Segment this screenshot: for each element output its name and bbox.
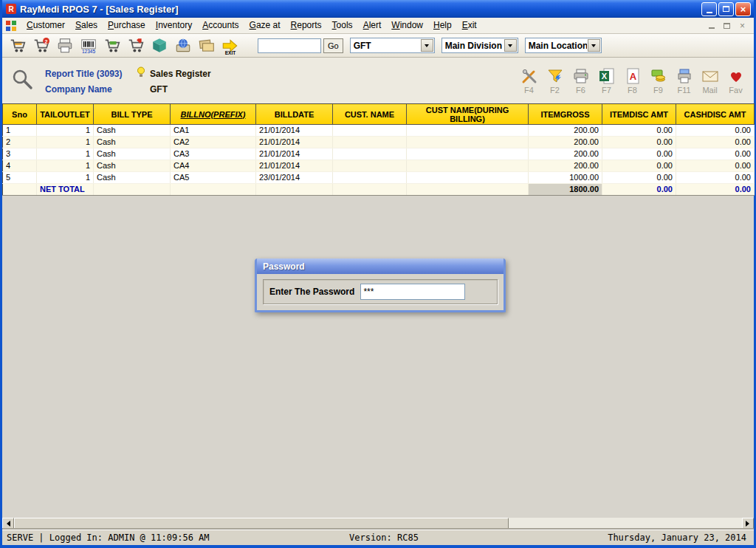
table-row[interactable]: 31CashCA321/01/2014200.000.000.00	[3, 148, 755, 160]
col-billno-prefix[interactable]: BILLNO(PREFIX)	[171, 104, 256, 125]
col-billdate[interactable]: BILLDATE	[256, 104, 333, 125]
table-row[interactable]: 11CashCA121/01/2014200.000.000.00	[3, 125, 755, 137]
maximize-button[interactable]	[718, 2, 734, 16]
menu-customer[interactable]: Customer	[21, 18, 70, 32]
table-cell: 0.00	[676, 148, 755, 160]
svg-text:X: X	[601, 72, 607, 81]
col-itemgross[interactable]: ITEMGROSS	[529, 104, 602, 125]
table-cell: 0.00	[602, 160, 676, 172]
minimize-button[interactable]	[701, 2, 717, 16]
mdi-minimize-icon	[709, 27, 715, 29]
menu-alert[interactable]: Alert	[358, 18, 387, 32]
mdi-close-button[interactable]: ×	[737, 21, 748, 31]
col-tailoutlet[interactable]: TAILOUTLET	[37, 104, 94, 125]
titlebar[interactable]: R RayMedi RPOS 7 - [Sales Register] ×	[2, 0, 754, 18]
bill-print-button[interactable]	[54, 35, 75, 56]
print-action-f6[interactable]: F6	[568, 67, 593, 95]
mail-action[interactable]: Mail	[698, 67, 722, 95]
menu-exit[interactable]: Exit	[457, 18, 482, 32]
horizontal-scrollbar[interactable]	[2, 518, 754, 530]
pdf-export-action-f8[interactable]: A F8	[620, 67, 645, 95]
inventory-button[interactable]	[148, 35, 170, 56]
menu-help[interactable]: Help	[428, 18, 457, 32]
col-itemdisc-amt[interactable]: ITEMDISC AMT	[602, 104, 676, 125]
barcode-button[interactable]: 12345	[78, 35, 99, 56]
accounts-button[interactable]	[172, 35, 193, 56]
table-cell: 21/01/2014	[256, 160, 333, 172]
table-cell	[333, 137, 407, 148]
col-cust-name[interactable]: CUST. NAME	[333, 104, 407, 125]
location-dropdown-arrow-icon[interactable]	[588, 39, 600, 52]
col-sno[interactable]: Sno	[3, 104, 37, 125]
close-button[interactable]: ×	[735, 2, 751, 16]
table-cell	[333, 184, 407, 196]
purchase-return-button[interactable]	[125, 35, 146, 56]
table-row[interactable]: 41CashCA421/01/2014200.000.000.00	[3, 160, 755, 172]
password-dialog-body: Enter The Password	[257, 274, 504, 309]
menu-tools[interactable]: Tools	[327, 18, 358, 32]
customize-action-f4[interactable]: F4	[517, 67, 541, 95]
password-dialog-titlebar[interactable]: Password	[257, 258, 504, 274]
company-combobox[interactable]: GFT	[350, 38, 435, 53]
table-cell: CA1	[171, 125, 256, 137]
purchase-return-cart-icon	[127, 37, 145, 55]
status-login-info: SERVE | Logged In: ADMIN @ 11:09:56 AM	[2, 532, 210, 543]
scroll-left-button[interactable]	[2, 518, 14, 530]
table-cell: Cash	[94, 160, 171, 172]
menu-accounts[interactable]: Accounts	[197, 18, 244, 32]
excel-export-action-f7[interactable]: X F7	[594, 67, 619, 95]
menu-inventory[interactable]: Inventory	[151, 18, 197, 32]
scroll-track[interactable]	[14, 518, 742, 530]
mdi-restore-icon	[724, 23, 730, 29]
company-name-label: Company Name	[45, 84, 137, 95]
favorite-action[interactable]: Fav	[724, 67, 748, 95]
scroll-thumb[interactable]	[14, 518, 509, 530]
table-cell: 2	[3, 137, 37, 148]
mdi-restore-button[interactable]	[721, 21, 732, 31]
col-cust-name-during-billing[interactable]: CUST NAME(DURING BILLING)	[407, 104, 529, 125]
filter-action-f2[interactable]: F2	[543, 67, 567, 95]
col-cashdisc-amt[interactable]: CASHDISC AMT	[676, 104, 755, 125]
reports-button[interactable]	[196, 35, 217, 56]
division-combobox[interactable]: Main Division	[441, 38, 518, 53]
table-cell: 21/01/2014	[256, 137, 333, 148]
report-header: Report Title (3093) Sales Register Compa…	[2, 58, 754, 103]
net-total-itemdisc: 0.00	[602, 184, 676, 196]
menu-gaze-at[interactable]: Gaze at	[244, 18, 286, 32]
table-row[interactable]: 51CashCA523/01/20141000.000.000.00	[3, 172, 755, 184]
purchase-button[interactable]	[101, 35, 123, 56]
table-cell: 0.00	[676, 125, 755, 137]
print-preview-action-f11[interactable]: F11	[672, 67, 696, 95]
menu-window[interactable]: Window	[386, 18, 428, 32]
menu-sales[interactable]: Sales	[70, 18, 103, 32]
table-cell: 0.00	[602, 137, 676, 148]
division-dropdown-arrow-icon[interactable]	[504, 39, 517, 52]
table-row[interactable]: 21CashCA221/01/2014200.000.000.00	[3, 137, 755, 148]
menu-reports[interactable]: Reports	[286, 18, 327, 32]
table-cell: 1	[37, 137, 94, 148]
scroll-right-button[interactable]	[742, 518, 754, 530]
window-title: RayMedi RPOS 7 - [Sales Register]	[20, 4, 698, 15]
sale-return-button[interactable]: 2	[30, 35, 52, 56]
location-combobox-value: Main Location	[526, 41, 587, 51]
svg-text:12345: 12345	[81, 49, 95, 54]
location-combobox[interactable]: Main Location	[525, 38, 602, 53]
table-cell: 1	[3, 125, 37, 137]
col-bill-type[interactable]: BILL TYPE	[94, 104, 171, 125]
mdi-minimize-button[interactable]	[706, 21, 717, 31]
menu-purchase[interactable]: Purchase	[103, 18, 151, 32]
exit-icon: EXIT	[221, 36, 240, 55]
money-action-f9[interactable]: F9	[646, 67, 670, 95]
password-dialog-title: Password	[263, 261, 305, 272]
go-button[interactable]: Go	[323, 38, 343, 53]
new-sale-button[interactable]	[7, 35, 28, 56]
company-dropdown-arrow-icon[interactable]	[421, 39, 433, 52]
table-cell	[407, 148, 529, 160]
barcode-icon: 12345	[80, 37, 97, 55]
minimize-icon	[707, 11, 712, 13]
exit-button[interactable]: EXIT	[219, 35, 241, 56]
password-input[interactable]	[360, 284, 465, 300]
toolbar-search-input[interactable]	[258, 38, 321, 53]
table-cell: 1	[37, 172, 94, 184]
table-cell: CA5	[171, 172, 256, 184]
